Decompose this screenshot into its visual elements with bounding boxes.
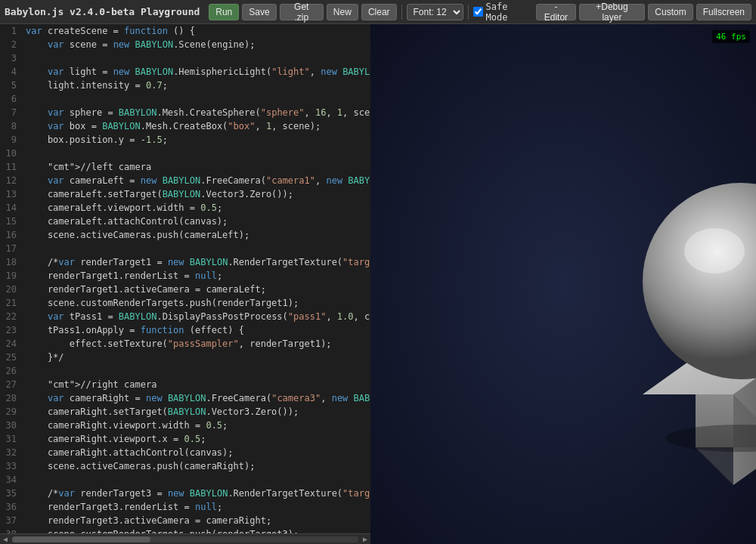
scroll-thumb (12, 536, 150, 542)
code-line-row: 1var createScene = function () { (0, 24, 370, 38)
getzip-button[interactable]: Get .zip (280, 4, 324, 20)
code-line-row: 25 }*/ (0, 351, 370, 364)
line-number: 26 (0, 364, 23, 378)
code-line-row: 19 renderTarget1.renderList = null; (0, 269, 370, 283)
code-line-row: 17 (0, 242, 370, 255)
run-button[interactable]: Run (209, 4, 239, 20)
code-content: light.intensity = 0.7; (23, 79, 370, 92)
new-button[interactable]: New (327, 4, 358, 20)
code-content: var box = BABYLON.Mesh.CreateBox("box", … (23, 119, 370, 133)
line-number: 38 (0, 527, 23, 533)
code-content (23, 147, 370, 160)
code-line-row: 3 (0, 51, 370, 65)
fullscreen-button[interactable]: Fullscreen (696, 4, 751, 20)
line-number: 11 (0, 160, 23, 174)
code-line-row: 18 /*var renderTarget1 = new BABYLON.Ren… (0, 255, 370, 269)
code-line-row: 31 cameraRight.viewport.x = 0.5; (0, 432, 370, 446)
line-number: 37 (0, 514, 23, 527)
editor-button[interactable]: -Editor (536, 4, 575, 20)
line-number: 32 (0, 446, 23, 459)
code-line-row: 37 renderTarget3.activeCamera = cameraRi… (0, 514, 370, 527)
scroll-track[interactable] (12, 536, 358, 542)
code-content (23, 51, 370, 65)
code-line-row: 27 "cmt">//right camera (0, 378, 370, 391)
line-number: 22 (0, 310, 23, 323)
code-line-row: 38 scene.customRenderTargets.push(render… (0, 527, 370, 533)
code-content: scene.activeCameras.push(cameraLeft); (23, 228, 370, 242)
code-line-row: 5 light.intensity = 0.7; (0, 79, 370, 92)
code-content: cameraRight.setTarget(BABYLON.Vector3.Ze… (23, 405, 370, 419)
code-line-row: 7 var sphere = BABYLON.Mesh.CreateSphere… (0, 106, 370, 119)
code-content (23, 92, 370, 106)
line-number: 34 (0, 473, 23, 487)
code-content: renderTarget3.activeCamera = cameraRight… (23, 514, 370, 527)
debug-layer-button[interactable]: +Debug layer (579, 4, 646, 20)
line-number: 35 (0, 487, 23, 500)
line-number: 24 (0, 337, 23, 351)
code-line-row: 4 var light = new BABYLON.HemisphericLig… (0, 65, 370, 79)
code-content: var tPass1 = BABYLON.DisplayPassPostProc… (23, 310, 370, 323)
code-line-row: 22 var tPass1 = BABYLON.DisplayPassPostP… (0, 310, 370, 323)
line-number: 31 (0, 432, 23, 446)
code-line-row: 10 (0, 147, 370, 160)
code-content: effect.setTexture("passSampler", renderT… (23, 337, 370, 351)
code-content: renderTarget3.renderList = null; (23, 500, 370, 514)
code-content: scene.activeCameras.push(cameraRight); (23, 459, 370, 473)
line-number: 28 (0, 391, 23, 405)
code-line-row: 11 "cmt">//left camera (0, 160, 370, 174)
toolbar-right: Custom Fullscreen (648, 4, 751, 20)
code-editor[interactable]: 1var createScene = function () {2 var sc… (0, 24, 370, 533)
code-line-row: 15 cameraLeft.attachControl(canvas); (0, 215, 370, 228)
code-line-row: 12 var cameraLeft = new BABYLON.FreeCame… (0, 174, 370, 187)
line-number: 33 (0, 459, 23, 473)
code-content: var scene = new BABYLON.Scene(engine); (23, 38, 370, 51)
line-number: 3 (0, 51, 23, 65)
code-line-row: 13 cameraLeft.setTarget(BABYLON.Vector3.… (0, 187, 370, 201)
code-content: scene.customRenderTargets.push(renderTar… (23, 296, 370, 310)
code-line-row: 14 cameraLeft.viewport.width = 0.5; (0, 201, 370, 215)
line-number: 1 (0, 24, 23, 38)
clear-button[interactable]: Clear (361, 4, 397, 20)
line-number: 27 (0, 378, 23, 391)
code-content (23, 242, 370, 255)
code-content: "cmt">//left camera (23, 160, 370, 174)
fps-badge: 46 fps (712, 30, 750, 43)
line-number: 19 (0, 269, 23, 283)
toolbar: Babylon.js v2.4.0-beta Playground Run Sa… (0, 0, 756, 24)
code-content: scene.customRenderTargets.push(renderTar… (23, 527, 370, 533)
safe-mode-toggle[interactable]: Safe Mode (473, 2, 534, 23)
line-number: 4 (0, 65, 23, 79)
line-number: 15 (0, 215, 23, 228)
code-content: renderTarget1.activeCamera = cameraLeft; (23, 283, 370, 296)
code-content: var cameraLeft = new BABYLON.FreeCamera(… (23, 174, 370, 187)
code-line-row: 28 var cameraRight = new BABYLON.FreeCam… (0, 391, 370, 405)
scene-canvas (370, 24, 756, 544)
save-button[interactable]: Save (242, 4, 276, 20)
code-content: cameraRight.viewport.x = 0.5; (23, 432, 370, 446)
line-number: 9 (0, 133, 23, 147)
code-content: cameraRight.attachControl(canvas); (23, 446, 370, 459)
custom-button[interactable]: Custom (648, 4, 692, 20)
code-content: var light = new BABYLON.HemisphericLight… (23, 65, 370, 79)
code-line-row: 32 cameraRight.attachControl(canvas); (0, 446, 370, 459)
editor-scrollbar: ◀ ▶ (0, 533, 370, 544)
code-line-row: 30 cameraRight.viewport.width = 0.5; (0, 419, 370, 432)
main-container: 1var createScene = function () {2 var sc… (0, 24, 756, 544)
code-line-row: 9 box.position.y = -1.5; (0, 133, 370, 147)
code-line-row: 34 (0, 473, 370, 487)
line-number: 21 (0, 296, 23, 310)
code-line-row: 26 (0, 364, 370, 378)
safe-mode-checkbox[interactable] (473, 7, 483, 17)
app-title: Babylon.js v2.4.0-beta Playground (5, 6, 200, 17)
line-number: 16 (0, 228, 23, 242)
sphere-highlight (684, 228, 745, 274)
line-number: 12 (0, 174, 23, 187)
scroll-left-arrow[interactable]: ◀ (0, 535, 11, 543)
code-content: }*/ (23, 351, 370, 364)
scroll-right-arrow[interactable]: ▶ (360, 535, 370, 543)
code-line-row: 6 (0, 92, 370, 106)
line-number: 18 (0, 255, 23, 269)
code-content: tPass1.onApply = function (effect) { (23, 323, 370, 337)
line-number: 23 (0, 323, 23, 337)
font-size-select[interactable]: Font: 12 Font: 14 Font: 16 (407, 4, 463, 20)
